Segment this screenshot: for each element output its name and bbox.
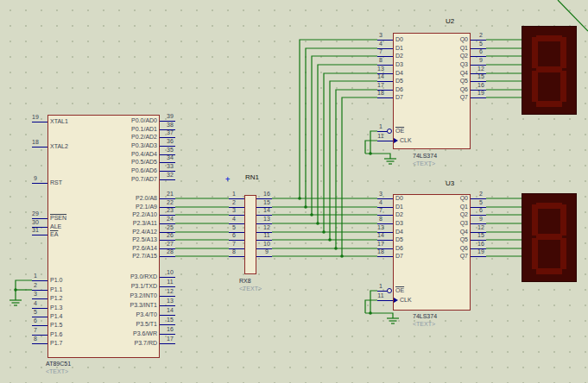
pin-number: 15	[472, 73, 490, 80]
pin-name: CLK	[400, 297, 412, 304]
wire[interactable]	[312, 56, 377, 215]
pin-number: 12	[258, 224, 275, 231]
wire[interactable]	[558, 0, 588, 31]
pin-number: 13	[372, 224, 389, 231]
pin-name: RST	[50, 179, 62, 186]
pin-name: P1.2	[50, 295, 62, 302]
pin-name: OE	[395, 128, 404, 135]
pin-number: 14	[372, 73, 389, 80]
wire[interactable]	[330, 81, 377, 240]
pin-number: 15	[161, 317, 179, 323]
wire[interactable]	[365, 154, 390, 159]
pin-name: D6	[395, 245, 403, 252]
pin-number: 38	[161, 122, 179, 129]
pin-number: 26	[161, 232, 179, 239]
junction-dot	[328, 238, 332, 242]
pin-name: P1.7	[50, 340, 62, 347]
pin-number: 11	[372, 292, 389, 299]
pin-name: XTAL2	[50, 143, 68, 150]
pin-number: 18	[27, 139, 44, 146]
pin-name: ALE	[50, 223, 61, 230]
pin-number: 36	[161, 138, 179, 145]
pin-name: P1.6	[50, 331, 62, 338]
pin-number: 15	[258, 199, 275, 206]
pin-number: 6	[472, 48, 490, 55]
pin-number: 5	[225, 224, 243, 231]
pin-name: D2	[395, 53, 403, 60]
pin-number: 17	[372, 82, 389, 89]
pin-name: P0.4/AD4	[104, 151, 157, 158]
pin-number: 12	[161, 288, 179, 295]
wire[interactable]	[365, 141, 377, 154]
pin-name: D4	[395, 70, 403, 77]
pin-number: 2	[472, 191, 490, 198]
mcu-value-label: AT89C51	[46, 360, 71, 367]
pin-number: 6	[225, 232, 243, 239]
pin-name: P2.5/A13	[104, 236, 157, 243]
pin-number: 9	[472, 216, 490, 223]
pin-name: P3.1/TXD	[104, 283, 157, 290]
pin-name: D7	[395, 253, 403, 260]
pin-number: 29	[27, 210, 44, 217]
clock-triangle-icon	[394, 298, 398, 303]
pin-name: Q0	[433, 195, 468, 202]
pin-name: CLK	[400, 137, 412, 144]
pin-number: 27	[161, 241, 179, 248]
pin-name: P3.0/RXD	[104, 273, 157, 280]
pin-name: D1	[395, 45, 403, 52]
wire[interactable]	[365, 300, 377, 313]
junction-dot	[14, 288, 17, 292]
wire-layer[interactable]	[0, 0, 588, 383]
pin-number: 7	[372, 207, 389, 214]
pin-name: P2.2/A10	[104, 211, 157, 218]
pin-number: 19	[27, 114, 44, 121]
pin-number: 1	[372, 283, 389, 290]
junction-dot	[298, 197, 301, 200]
pin-name: P2.4/A12	[104, 229, 157, 235]
u3-value-label: 74LS374	[413, 312, 437, 320]
pin-name: Q1	[433, 45, 468, 52]
pin-number: 4	[372, 41, 389, 47]
pin-number: 3	[225, 207, 243, 214]
pin-number: 4	[27, 300, 44, 307]
pin-number: 4	[372, 199, 389, 206]
pin-name: Q3	[433, 61, 468, 68]
pin-number: 9	[472, 57, 490, 64]
pin-name: Q5	[433, 236, 468, 243]
pin-number: 13	[161, 298, 179, 305]
pin-name: P0.2/AD2	[104, 134, 157, 141]
rn-ref-label: RN1	[245, 173, 259, 181]
pin-number: 16	[472, 82, 490, 89]
pin-number: 25	[161, 224, 179, 231]
pin-name: P0.3/AD3	[104, 142, 157, 149]
pin-number: 11	[258, 232, 275, 239]
pin-name: D0	[395, 36, 403, 43]
pin-number: 6	[27, 317, 44, 324]
pin-number: 4	[225, 216, 243, 223]
pin-number: 30	[27, 219, 44, 226]
pin-name: P3.3/INT1	[104, 302, 157, 309]
pin-number: 13	[372, 66, 389, 72]
pin-name: P3.7/RD	[104, 340, 157, 347]
pin-name: Q3	[433, 220, 468, 227]
pin-number: 7	[225, 241, 243, 248]
pin-number: 3	[372, 191, 389, 198]
pin-number: 11	[372, 133, 389, 140]
pin-number: 2	[472, 32, 490, 39]
pin-name: XTAL1	[50, 118, 68, 125]
pin-name: EA	[50, 231, 58, 238]
pin-number: 33	[161, 163, 179, 170]
pin-number: 23	[161, 207, 179, 214]
pin-number: 16	[161, 326, 179, 333]
pin-number: 32	[161, 172, 179, 179]
pin-number: 18	[372, 90, 389, 97]
pin-name: D3	[395, 61, 403, 68]
junction-dot	[322, 230, 326, 234]
pin-name: Q2	[433, 211, 468, 218]
pin-name: P0.7/AD7	[104, 176, 157, 183]
pin-name: Q6	[433, 245, 468, 252]
wire[interactable]	[318, 65, 377, 223]
pin-number: 12	[472, 224, 490, 231]
pin-number: 8	[372, 57, 389, 64]
pin-name: Q4	[433, 70, 468, 77]
